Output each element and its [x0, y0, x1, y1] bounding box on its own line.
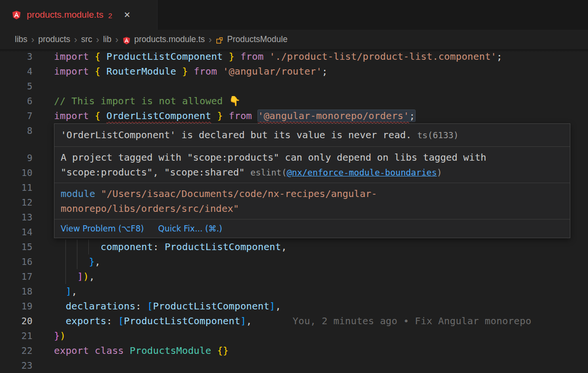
code-token: ) [83, 271, 89, 282]
code-line-5[interactable]: 5 [0, 79, 588, 94]
code-line-18[interactable]: 18 ], [0, 284, 588, 299]
code-line-23[interactable]: 23 [0, 358, 588, 373]
line-number: 10 [0, 165, 32, 180]
diagnostic-hover: 'OrderListComponent' is declared but its… [54, 123, 570, 238]
code-line-15[interactable]: 15 component: ProductListComponent, [0, 240, 588, 254]
tab-bar: products.module.ts 2 ✕ [0, 0, 588, 30]
chevron-right-icon: › [74, 34, 77, 44]
code-token: ) [60, 330, 65, 341]
line-number: 6 [0, 94, 32, 109]
line-number: 22 [0, 343, 32, 358]
code-token: } [54, 330, 60, 341]
code-token: { [95, 110, 106, 121]
ts-error-message: 'OrderListComponent' is declared but its… [61, 129, 412, 141]
breadcrumb-item-symbol[interactable]: ProductsModule [227, 34, 287, 44]
code-text: }, [54, 254, 588, 269]
angular-file-icon [122, 36, 131, 45]
code-token: '@angular-monorepo/orders' [258, 110, 409, 121]
code-token: class [95, 345, 129, 356]
breadcrumb-item-src[interactable]: src [81, 34, 92, 44]
editor-tab-products-module[interactable]: products.module.ts 2 ✕ [0, 0, 158, 30]
code-token: RouterModule [107, 66, 176, 77]
code-editor[interactable]: 3import { ProductListComponent } from '.… [0, 49, 588, 373]
code-token [54, 285, 65, 297]
module-path-line1: "/Users/isaac/Documents/code/nx-recipes/… [95, 188, 377, 199]
code-token: } [89, 256, 95, 267]
code-token: : [153, 241, 164, 252]
hover-quickinfo: module "/Users/isaac/Documents/code/nx-r… [54, 183, 570, 219]
code-token: [ [118, 315, 124, 327]
code-token: , [89, 271, 95, 282]
view-problem-action[interactable]: View Problem (⌥F8) [61, 221, 144, 236]
line-number: 9 [0, 151, 32, 165]
code-text: declarations: [ProductListComponent], [54, 299, 588, 314]
breadcrumb: libs › products › src › lib › products.m… [0, 30, 588, 49]
line-number: 21 [0, 329, 32, 343]
code-text: export class ProductsModule {} [54, 343, 588, 358]
code-token: ProductListComponent [165, 241, 281, 252]
code-token: import [54, 51, 95, 62]
breadcrumb-item-lib[interactable]: lib [103, 34, 112, 44]
chevron-right-icon: › [115, 34, 118, 44]
line-number: 11 [0, 180, 32, 195]
code-token: : [107, 315, 118, 327]
code-line-20[interactable]: 20 exports: [ProductListComponent],You, … [0, 314, 588, 329]
git-blame-annotation: You, 2 minutes ago • Fix Angular monorep… [293, 315, 532, 327]
code-line-7[interactable]: 7import { OrderListComponent } from '@an… [0, 109, 588, 123]
code-token: './product-list/product-list.component' [269, 51, 496, 62]
indent-guide [65, 269, 66, 284]
code-text: ], [54, 284, 588, 299]
breadcrumb-item-file[interactable]: products.module.ts [134, 34, 205, 44]
code-token: from [235, 51, 269, 62]
code-token: ProductListComponent [107, 51, 223, 62]
quick-fix-action[interactable]: Quick Fix... (⌘.) [158, 221, 222, 236]
code-token: exports [65, 315, 106, 327]
module-quickinfo-line2: monorepo/libs/orders/src/index" [61, 201, 564, 216]
line-number: 7 [0, 109, 32, 123]
word-highlight: '@angular-monorepo/orders'; [258, 110, 415, 121]
code-token: ] [65, 285, 71, 297]
code-token: [ [147, 300, 153, 312]
code-token: import [54, 110, 95, 121]
code-token: ; [322, 66, 328, 77]
line-number: 17 [0, 269, 32, 284]
code-token: } [176, 66, 188, 77]
line-number: 19 [0, 299, 32, 314]
code-token: ] [269, 300, 275, 312]
code-line-4[interactable]: 4import { RouterModule } from '@angular/… [0, 64, 588, 79]
line-number: 15 [0, 240, 32, 254]
code-token: {} [217, 345, 228, 356]
code-line-19[interactable]: 19 declarations: [ProductListComponent], [0, 299, 588, 314]
code-token: , [95, 256, 100, 267]
code-line-22[interactable]: 22export class ProductsModule {} [0, 343, 588, 358]
code-line-6[interactable]: 6// This import is not allowed 👇 [0, 94, 588, 109]
code-text: component: ProductListComponent, [54, 240, 588, 254]
code-token: , [281, 241, 287, 252]
code-token [211, 345, 217, 356]
code-token: ; [497, 51, 502, 62]
code-line-3[interactable]: 3import { ProductListComponent } from '.… [0, 49, 588, 64]
hover-eslint-diagnostic: A project tagged with "scope:products" c… [54, 146, 570, 183]
breadcrumb-item-libs[interactable]: libs [15, 34, 27, 44]
code-token: from [223, 110, 258, 121]
line-number: 12 [0, 195, 32, 210]
module-quickinfo-line1: module "/Users/isaac/Documents/code/nx-r… [61, 186, 564, 201]
tab-title: products.module.ts [27, 10, 104, 20]
code-token: { [95, 51, 106, 62]
close-icon[interactable]: ✕ [124, 10, 130, 20]
code-token: ] [240, 315, 246, 327]
code-token: ] [77, 271, 83, 282]
line-number: 5 [0, 79, 32, 94]
breadcrumb-item-products[interactable]: products [38, 34, 70, 44]
code-token: ProductListComponent [153, 300, 269, 312]
code-token: '@angular/router' [223, 66, 322, 77]
angular-file-icon [11, 10, 21, 20]
code-line-21[interactable]: 21}) [0, 329, 588, 343]
code-line-17[interactable]: 17 ]), [0, 269, 588, 284]
eslint-rule-link[interactable]: @nx/enforce-module-boundaries [287, 167, 437, 177]
module-path-line2: monorepo/libs/orders/src/index" [61, 203, 239, 214]
tab-problems-badge: 2 [108, 11, 112, 20]
indent-guide [77, 240, 77, 254]
code-line-16[interactable]: 16 }, [0, 254, 588, 269]
chevron-right-icon: › [209, 34, 212, 44]
